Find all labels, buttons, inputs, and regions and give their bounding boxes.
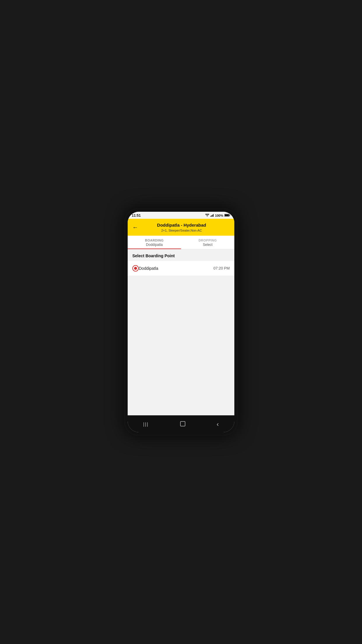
battery-icon (224, 214, 230, 217)
svg-rect-7 (180, 421, 185, 426)
bottom-nav: ||| ‹ (128, 415, 234, 432)
boarding-point-name: Doddipatla (139, 266, 213, 271)
radio-inner-dot (134, 267, 137, 270)
svg-rect-2 (212, 215, 213, 217)
tabs-bar: BOARDING Doddipatla DROPPING Select (128, 236, 234, 249)
svg-rect-3 (213, 214, 214, 217)
svg-rect-1 (211, 215, 212, 217)
status-bar: 11:51 (128, 212, 234, 219)
svg-rect-6 (225, 214, 229, 216)
back-nav-button[interactable]: ‹ (212, 419, 223, 429)
boarding-point-time: 07:20 PM (213, 266, 230, 270)
bus-info: 2+1, Sleeper/Seater,Non-AC (140, 229, 223, 232)
tab-boarding[interactable]: BOARDING Doddipatla (128, 236, 181, 249)
home-button[interactable] (175, 420, 190, 429)
boarding-point-item[interactable]: Doddipatla 07:20 PM (128, 261, 234, 276)
status-icons: 100% (205, 214, 230, 217)
tab-boarding-label: BOARDING (130, 239, 179, 242)
battery-status: 100% (215, 214, 223, 217)
recent-apps-button[interactable]: ||| (138, 421, 153, 428)
svg-rect-5 (230, 215, 230, 216)
wifi-icon (205, 214, 209, 217)
tab-dropping-label: DROPPING (183, 239, 232, 242)
phone-frame: 11:51 (124, 208, 238, 436)
app-header: ← Doddipatla - Hyderabad 2+1, Sleeper/Se… (128, 219, 234, 236)
header-title-block: Doddipatla - Hyderabad 2+1, Sleeper/Seat… (140, 222, 230, 232)
radio-button-selected[interactable] (132, 265, 139, 272)
signal-icon (210, 214, 214, 217)
content-area: Select Boarding Point Doddipatla 07:20 P… (128, 249, 234, 416)
route-title: Doddipatla - Hyderabad (140, 222, 223, 228)
tab-dropping[interactable]: DROPPING Select (181, 236, 234, 249)
phone-screen: 11:51 (128, 212, 234, 432)
svg-rect-0 (210, 216, 211, 217)
tab-dropping-value: Select (183, 243, 232, 247)
status-time: 11:51 (132, 214, 141, 218)
back-button[interactable]: ← (132, 224, 138, 230)
section-title: Select Boarding Point (128, 249, 234, 261)
tab-boarding-value: Doddipatla (130, 243, 179, 247)
